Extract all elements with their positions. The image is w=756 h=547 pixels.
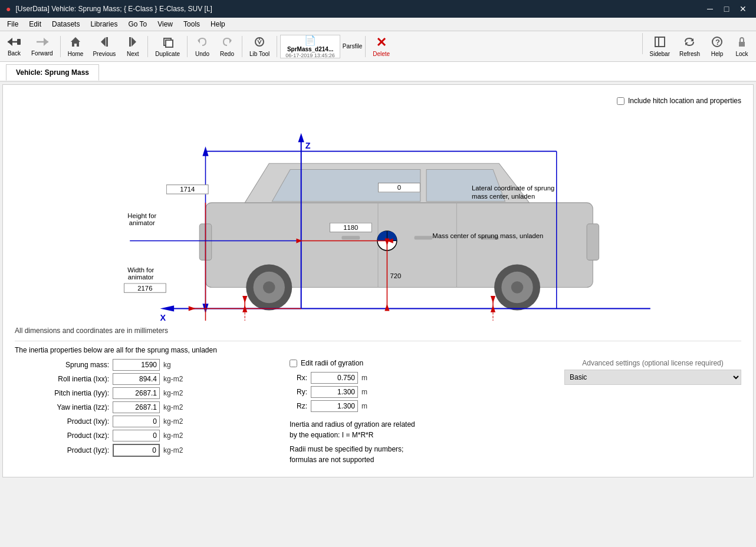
lateral-coord-fo[interactable] xyxy=(378,183,426,198)
iyz-input[interactable] xyxy=(113,444,160,457)
next-icon xyxy=(127,36,139,50)
menu-edit[interactable]: Edit xyxy=(24,19,46,29)
ixz-input[interactable] xyxy=(113,430,160,441)
back-icon xyxy=(8,37,21,49)
edit-radii-row: Edit radii of gyration xyxy=(290,359,547,367)
redo-button[interactable]: Redo xyxy=(215,33,239,60)
duplicate-icon xyxy=(162,36,173,50)
toolbar-right: Sidebar Refresh ? Help Lock xyxy=(640,33,754,60)
width-input-fo[interactable] xyxy=(124,283,172,298)
help-button[interactable]: ? Help xyxy=(705,33,729,60)
maximize-button[interactable]: □ xyxy=(719,2,734,16)
refresh-button[interactable]: Refresh xyxy=(675,33,704,60)
previous-icon xyxy=(98,36,110,50)
lock-button[interactable]: Lock xyxy=(730,33,754,60)
svg-rect-2 xyxy=(17,39,21,45)
equation-note-text: Inertia and radius of gyration are relat… xyxy=(290,420,415,439)
z-axis-label: Z xyxy=(305,141,311,150)
back-button[interactable]: Back xyxy=(2,33,26,60)
sprung-mass-input[interactable] xyxy=(113,359,160,371)
svg-marker-8 xyxy=(132,37,136,47)
radii-note-text: Radii must be specified by numbers;formu… xyxy=(290,445,403,464)
pitch-unit: kg-m2 xyxy=(163,389,183,397)
forward-icon xyxy=(35,37,48,49)
app-icon: ● xyxy=(6,4,11,14)
undo-label: Undo xyxy=(195,51,209,57)
toolbar-sep-5 xyxy=(277,36,277,57)
roll-label: Roll inertia (Ixx): xyxy=(15,375,109,383)
file-icon: 📄 xyxy=(304,35,316,46)
toolbar-sep-7 xyxy=(642,33,643,54)
delete-button[interactable]: Delete xyxy=(369,33,394,60)
redo-label: Redo xyxy=(220,51,234,57)
width-for-animator-label2: animator xyxy=(128,274,154,281)
refresh-label: Refresh xyxy=(679,51,700,57)
x-axis-arrow xyxy=(160,305,175,311)
rz-row: Rz: m xyxy=(290,400,547,412)
height-input-fo[interactable] xyxy=(166,184,215,206)
menu-view[interactable]: View xyxy=(153,19,178,29)
libtool-button[interactable]: Lib Tool xyxy=(245,33,274,60)
title-bar: ● [UserData] Vehicle: Sprung Mass; { E-C… xyxy=(0,0,756,18)
lateral-label2: mass center, unladen xyxy=(472,193,535,200)
height-input[interactable] xyxy=(166,184,209,194)
delete-icon xyxy=(376,36,387,50)
ixy-unit: kg-m2 xyxy=(163,417,183,426)
roll-unit: kg-m2 xyxy=(163,375,183,383)
roll-input[interactable] xyxy=(113,373,160,385)
pitch-input[interactable] xyxy=(113,387,160,399)
menu-file[interactable]: File xyxy=(2,19,23,29)
menu-datasets[interactable]: Datasets xyxy=(47,19,84,29)
duplicate-label: Duplicate xyxy=(155,51,180,57)
previous-label: Previous xyxy=(93,51,116,57)
yaw-input[interactable] xyxy=(113,401,160,413)
roll-inertia-row: Roll inertia (Ixx): kg-m2 xyxy=(15,373,272,385)
menu-bar: File Edit Datasets Libraries Go To View … xyxy=(0,18,756,31)
lock-icon xyxy=(736,36,748,50)
next-label: Next xyxy=(127,51,139,57)
sprung-mass-unit: kg xyxy=(163,361,171,369)
forward-button[interactable]: Forward xyxy=(27,33,57,60)
undo-icon xyxy=(196,36,208,50)
undo-button[interactable]: Undo xyxy=(190,33,214,60)
previous-button[interactable]: Previous xyxy=(88,33,120,60)
libtool-icon xyxy=(254,36,265,50)
duplicate-button[interactable]: Duplicate xyxy=(151,33,184,60)
main-tab[interactable]: Vehicle: Sprung Mass xyxy=(6,64,99,81)
menu-goto[interactable]: Go To xyxy=(123,19,152,29)
lateral-coord-input[interactable] xyxy=(378,183,420,192)
sprung-mass-row: Sprung mass: kg xyxy=(15,359,272,371)
home-button[interactable]: Home xyxy=(64,33,88,60)
menu-help[interactable]: Help xyxy=(206,19,230,29)
edit-radii-checkbox[interactable] xyxy=(290,360,297,367)
radii-note: Radii must be specified by numbers;formu… xyxy=(290,444,547,465)
width-input[interactable] xyxy=(124,283,166,292)
toolbar-sep-3 xyxy=(187,36,188,57)
home-icon xyxy=(70,36,81,50)
rz-unit: m xyxy=(361,402,367,410)
window-title: [UserData] Vehicle: Sprung Mass; { E-Cla… xyxy=(15,5,212,13)
longitudinal-input[interactable] xyxy=(330,223,372,232)
dimensions-note: All dimensions and coordinates are in mi… xyxy=(15,327,741,335)
edit-radii-label: Edit radii of gyration xyxy=(301,359,363,367)
toolbar-sep-4 xyxy=(242,36,242,57)
inertia-left-panel: Sprung mass: kg Roll inertia (Ixx): kg-m… xyxy=(15,359,272,465)
menu-libraries[interactable]: Libraries xyxy=(86,19,122,29)
toolbar-sep-2 xyxy=(147,36,148,57)
ry-input[interactable] xyxy=(311,386,358,398)
advanced-select[interactable]: Basic xyxy=(564,370,741,385)
vert-arrow-down xyxy=(384,304,389,311)
svg-marker-6 xyxy=(101,37,106,47)
ixy-input[interactable] xyxy=(113,416,160,427)
next-button[interactable]: Next xyxy=(121,33,144,60)
rz-input[interactable] xyxy=(311,400,358,412)
svg-rect-33 xyxy=(587,224,599,261)
help-label: Help xyxy=(711,51,724,57)
menu-tools[interactable]: Tools xyxy=(179,19,205,29)
close-button[interactable]: ✕ xyxy=(736,2,750,16)
longitudinal-fo[interactable] xyxy=(330,223,378,238)
sidebar-button[interactable]: Sidebar xyxy=(646,33,674,60)
rx-input[interactable] xyxy=(311,372,358,384)
minimize-button[interactable]: ─ xyxy=(703,2,717,16)
libtool-label: Lib Tool xyxy=(249,51,269,57)
